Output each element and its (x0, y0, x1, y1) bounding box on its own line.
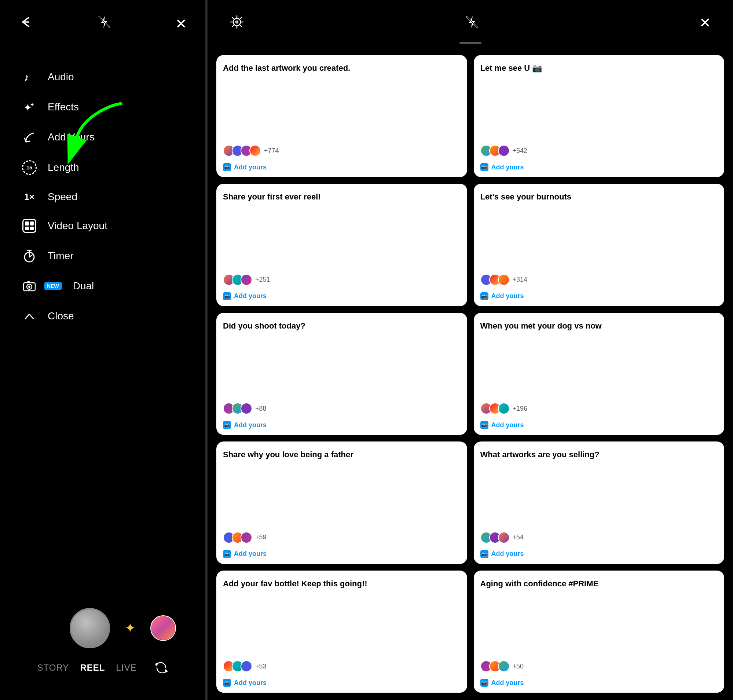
card-count-0: +774 (264, 147, 279, 155)
menu-item-dual[interactable]: + NEW Dual (15, 271, 191, 301)
sparkle-icon: ✦ (125, 621, 136, 636)
layout-icon (18, 219, 40, 233)
add-yours-label-5: Add yours (492, 421, 524, 429)
add-yours-label-2: Add yours (234, 292, 266, 300)
mode-reel[interactable]: REEL (80, 663, 105, 673)
back-icon[interactable] (18, 15, 33, 32)
card-avatars-4: +88 (223, 403, 461, 414)
menu-item-speed[interactable]: 1× Speed (15, 183, 191, 211)
right-panel: ✕ Add the last artwork you created. +774… (208, 0, 733, 700)
menu-item-effects[interactable]: ✦ ✦ Effects (15, 92, 191, 122)
add-yours-button-6[interactable]: 📷 Add yours (223, 547, 461, 558)
add-yours-button-4[interactable]: 📷 Add yours (223, 418, 461, 429)
mini-avatar (498, 660, 510, 672)
card-avatars-6: +59 (223, 532, 461, 543)
close-icon[interactable]: ✕ (175, 16, 187, 32)
camera-icon-4: 📷 (223, 421, 231, 429)
left-footer: ✦ STORY REEL LIVE (0, 593, 205, 700)
add-yours-icon (18, 130, 40, 144)
mode-live[interactable]: LIVE (116, 663, 136, 673)
card-first-reel: Share your first ever reel! +251 📷 Add y… (216, 184, 467, 306)
card-title-0: Add the last artwork you created. (223, 63, 461, 140)
menu-label-length: Length (48, 162, 79, 174)
speed-icon: 1× (18, 192, 40, 202)
mini-avatar (498, 532, 510, 543)
card-burnouts: Let's see your burnouts +314 📷 Add yours (474, 184, 724, 306)
left-panel: ✕ ♪ Audio ✦ ✦ Effects (0, 0, 205, 700)
add-yours-button-1[interactable]: 📷 Add yours (480, 160, 718, 171)
svg-point-19 (233, 18, 241, 26)
menu-label-close: Close (48, 310, 74, 322)
card-let-me-see-u: Let me see U 📷 +542 📷 Add yours (474, 55, 724, 177)
dual-camera-icon: + (18, 279, 40, 293)
add-yours-label-8: Add yours (234, 679, 266, 687)
drag-handle[interactable] (459, 42, 481, 44)
mini-avatar (241, 274, 252, 286)
camera-controls-row: ✦ (15, 601, 191, 656)
camera-icon-2: 📷 (223, 292, 231, 300)
flip-camera-icon[interactable] (155, 661, 168, 674)
mini-avatar (241, 403, 252, 414)
add-yours-button-2[interactable]: 📷 Add yours (223, 289, 461, 300)
menu-label-timer: Timer (48, 250, 74, 262)
length-icon: 15 (18, 160, 40, 175)
menu-item-timer[interactable]: Timer (15, 241, 191, 271)
mini-avatar (249, 145, 261, 157)
avatar[interactable] (150, 615, 176, 641)
menu-label-add-yours: Add Yours (48, 131, 94, 143)
card-count-5: +196 (513, 405, 528, 413)
right-header: ✕ (208, 0, 733, 38)
card-avatars-2: +251 (223, 274, 461, 286)
card-artworks-selling: What artworks are you selling? +54 📷 Add… (474, 441, 724, 563)
mode-selector-row: STORY REEL LIVE (15, 656, 191, 678)
card-title-8: Add your fav bottle! Keep this going!! (223, 579, 461, 656)
menu-item-length[interactable]: 15 Length (15, 152, 191, 183)
mini-avatar (241, 532, 252, 543)
right-flash-off-icon[interactable] (465, 15, 478, 30)
menu-label-effects: Effects (48, 101, 79, 113)
camera-icon-7: 📷 (480, 550, 489, 558)
svg-point-20 (236, 21, 238, 23)
card-title-6: Share why you love being a father (223, 450, 461, 527)
camera-icon-0: 📷 (223, 163, 231, 171)
add-yours-button-3[interactable]: 📷 Add yours (480, 289, 718, 300)
timer-icon (18, 249, 40, 263)
shutter-button[interactable] (70, 608, 110, 648)
add-yours-button-7[interactable]: 📷 Add yours (480, 547, 718, 558)
svg-text:♪: ♪ (24, 71, 29, 83)
card-count-6: +59 (255, 534, 266, 541)
new-badge: NEW (44, 282, 62, 290)
add-yours-button-0[interactable]: 📷 Add yours (223, 160, 461, 171)
add-yours-label-7: Add yours (492, 550, 524, 558)
add-yours-cards-grid: Add the last artwork you created. +774 📷… (208, 51, 733, 700)
camera-icon-6: 📷 (223, 550, 231, 558)
camera-icon-9: 📷 (480, 679, 489, 687)
settings-icon[interactable] (230, 15, 244, 31)
menu-label-audio: Audio (48, 71, 74, 83)
add-yours-button-5[interactable]: 📷 Add yours (480, 418, 718, 429)
effects-icon: ✦ ✦ (18, 100, 40, 114)
add-yours-button-8[interactable]: 📷 Add yours (223, 676, 461, 687)
svg-text:✦: ✦ (30, 101, 34, 108)
card-avatars-9: +50 (480, 660, 718, 672)
menu-item-add-yours[interactable]: Add Yours (15, 122, 191, 152)
mini-avatar (498, 403, 510, 414)
add-yours-label-6: Add yours (234, 550, 266, 558)
mini-avatar (498, 274, 510, 286)
card-fav-bottle: Add your fav bottle! Keep this going!! +… (216, 571, 467, 693)
menu-item-audio[interactable]: ♪ Audio (15, 62, 191, 92)
add-yours-label-4: Add yours (234, 421, 266, 429)
card-count-8: +53 (255, 663, 266, 670)
card-avatars-5: +196 (480, 403, 718, 414)
card-avatars-7: +54 (480, 532, 718, 543)
flash-off-icon[interactable] (97, 15, 111, 32)
card-avatars-3: +314 (480, 274, 718, 286)
card-count-3: +314 (513, 276, 528, 284)
add-yours-button-9[interactable]: 📷 Add yours (480, 676, 718, 687)
menu-label-dual: Dual (73, 280, 94, 292)
left-header: ✕ (0, 0, 205, 40)
mode-story[interactable]: STORY (37, 663, 69, 673)
menu-item-video-layout[interactable]: Video Layout (15, 211, 191, 241)
right-close-icon[interactable]: ✕ (699, 15, 711, 31)
menu-item-close[interactable]: Close (15, 301, 191, 331)
